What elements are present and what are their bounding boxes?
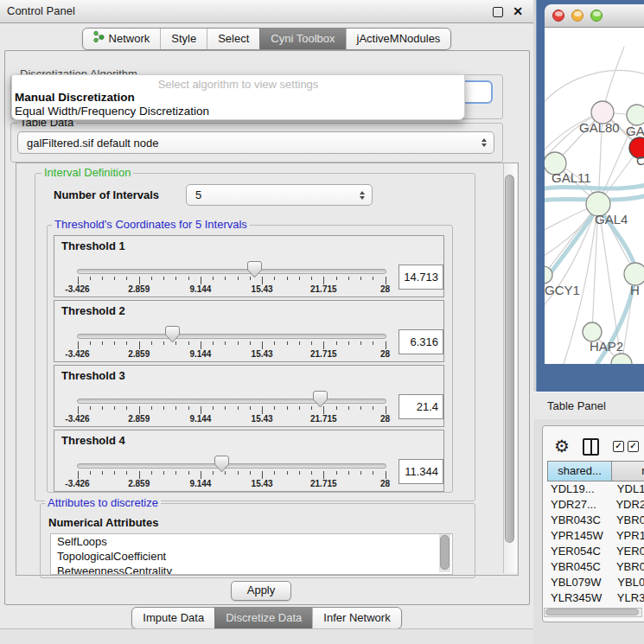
tab-select[interactable]: Select (207, 29, 259, 49)
slider-tick (250, 471, 251, 475)
attribute-item[interactable]: BetweennessCentrality (51, 564, 452, 575)
attributes-group-label: Attributes to discretize (45, 497, 161, 509)
threshold-value-field[interactable]: 21.4 (399, 394, 443, 419)
attributes-scrollbar-thumb[interactable] (440, 535, 450, 570)
slider-tick (360, 277, 361, 280)
tab-cyni-toolbox[interactable]: Cyni Toolbox (259, 29, 345, 49)
slider-track[interactable] (77, 269, 386, 274)
settings-scrollbar-thumb[interactable] (505, 175, 514, 543)
slider-tick (126, 341, 127, 345)
table-row[interactable]: YPR145WYPR1 (547, 529, 644, 545)
slider-tick-label: 15.43 (252, 284, 273, 294)
network-canvas[interactable]: GAL80GACGAL11GAL4GCY1HHAP2 (545, 28, 644, 364)
table-row[interactable]: YLR345WYLR3 (547, 591, 644, 607)
slider-tick (299, 471, 300, 475)
threshold-panel: Threshold 3-3.4262.8599.14415.4321.71528… (54, 365, 444, 427)
table-row[interactable]: YDR27...YDR2 (547, 498, 644, 513)
table-data-combo[interactable]: galFiltered.sif default node (17, 131, 494, 154)
slider-tick (213, 471, 214, 475)
number-of-intervals-combo[interactable]: 5 (186, 184, 373, 206)
algorithm-option[interactable]: Equal Width/Frequency Discretization (15, 105, 209, 118)
threshold-value-field[interactable]: 6.316 (399, 329, 443, 354)
slider-tick (348, 277, 349, 280)
tab-style[interactable]: Style (160, 29, 207, 49)
control-panel-titlebar: Control Panel ✕ (0, 0, 533, 23)
slider-tick (90, 406, 91, 410)
slider-tick (163, 341, 164, 345)
network-graph: GAL80GACGAL11GAL4GCY1HHAP2 (545, 28, 644, 364)
close-icon[interactable]: ✕ (511, 3, 525, 19)
slider-tick (311, 471, 312, 475)
slider-tick (90, 277, 91, 280)
table-panel-title: Table Panel (547, 392, 606, 419)
table-row[interactable]: YBR045CYBR0 (547, 560, 644, 576)
table-hscrollbar-thumb[interactable] (545, 609, 639, 615)
slider-tick (225, 341, 226, 345)
slider-tick (274, 341, 275, 345)
slider-tick (102, 341, 103, 345)
minimize-traffic-light-icon[interactable] (571, 10, 583, 22)
slider-tick (126, 406, 127, 410)
column-header-name[interactable]: na (611, 461, 644, 481)
slider-track[interactable] (77, 399, 386, 404)
panel-title: Control Panel (7, 0, 75, 22)
network-node-label: GAL80 (579, 120, 620, 135)
table-row[interactable]: YER054CYER0 (547, 545, 644, 560)
tab-discretize-data[interactable]: Discretize Data (214, 608, 312, 628)
close-traffic-light-icon[interactable] (552, 10, 564, 22)
slider-tick (287, 277, 288, 280)
tab-infer-network[interactable]: Infer Network (312, 608, 400, 628)
slider-tick (139, 277, 140, 284)
control-panel: Control Panel ✕ NetworkStyleSelectCyni T… (0, 0, 533, 644)
network-node (611, 354, 632, 364)
slider-handle[interactable] (214, 456, 229, 473)
slider-tick (139, 406, 140, 414)
tab-network[interactable]: Network (83, 29, 161, 49)
table-row[interactable]: YDL19...YDL1 (547, 482, 644, 498)
slider-tick (175, 406, 176, 410)
slider-tick (348, 406, 349, 410)
threshold-panel: Threshold 2-3.4262.8599.14415.4321.71528… (54, 300, 444, 362)
apply-button[interactable]: Apply (231, 581, 291, 601)
slider-tick (201, 341, 201, 349)
column-header-shared-name[interactable]: shared... (547, 461, 612, 481)
checkbox-icon[interactable]: ✓ (613, 441, 624, 452)
tab-impute-data[interactable]: Impute Data (132, 608, 214, 628)
float-window-icon[interactable] (493, 7, 503, 17)
slider-track[interactable] (77, 463, 386, 469)
attribute-item[interactable]: TopologicalCoefficient (51, 549, 452, 564)
slider-handle[interactable] (165, 326, 180, 343)
slider-tick (188, 406, 189, 410)
table-row[interactable]: YBR043CYBR0 (547, 513, 644, 529)
top-tab-bar: NetworkStyleSelectCyni ToolboxjActiveMNo… (0, 28, 533, 50)
slider-tick (274, 277, 275, 280)
slider-tick (238, 406, 239, 410)
slider-track[interactable] (77, 334, 386, 339)
gear-icon[interactable]: ⚙ (554, 437, 570, 456)
network-node-label: H (630, 283, 640, 297)
threshold-value-field[interactable]: 14.713 (399, 265, 443, 290)
threshold-panel: Threshold 1-3.4262.8599.14415.4321.71528… (54, 235, 444, 297)
slider-tick (188, 277, 189, 280)
threshold-value-field[interactable]: 11.344 (399, 459, 443, 484)
bottom-tab-bar: Impute DataDiscretize DataInfer Network (0, 607, 533, 629)
tab-jactivemnodules[interactable]: jActiveMNodules (346, 29, 451, 49)
algorithm-popup-hint: Select algorithm to view settings (12, 78, 464, 91)
table-row[interactable]: YBL079WYBL0 (547, 576, 644, 591)
slider-tick-label: 21.715 (310, 284, 337, 294)
slider-handle[interactable] (313, 391, 328, 408)
slider-tick (386, 277, 386, 284)
attribute-item[interactable]: SelfLoops (51, 534, 452, 549)
slider-handle[interactable] (247, 261, 262, 278)
slider-tick (311, 341, 312, 345)
slider-tick (102, 471, 103, 475)
numerical-attributes-list[interactable]: SelfLoopsTopologicalCoefficientBetweenne… (50, 533, 453, 575)
network-node-label: GAL4 (595, 212, 628, 226)
slider-tick (163, 277, 164, 280)
slider-tick (360, 471, 361, 475)
checkbox-icon[interactable]: ✓ (628, 441, 639, 452)
zoom-traffic-light-icon[interactable] (590, 10, 603, 22)
algorithm-option[interactable]: Manual Discretization (15, 91, 135, 104)
slider-tick (323, 341, 324, 349)
columns-icon[interactable] (583, 438, 599, 456)
